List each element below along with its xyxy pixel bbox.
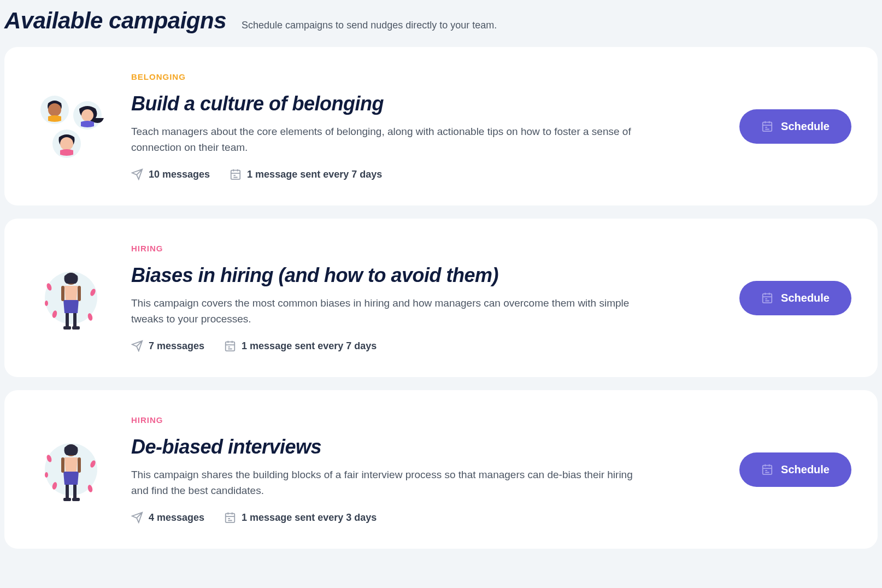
calendar-schedule-icon [761,292,773,304]
calendar-icon [224,511,236,524]
page-header: Available campaigns Schedule campaigns t… [4,0,878,47]
page-subtitle: Schedule campaigns to send nudges direct… [242,20,497,31]
svg-rect-15 [66,313,69,328]
frequency-text: 1 message sent every 3 days [242,512,377,524]
svg-rect-34 [61,457,64,473]
campaign-category: HIRING [131,244,718,253]
svg-rect-16 [73,313,77,328]
campaign-card: BELONGING Build a culture of belonging T… [4,47,878,205]
messages-text: 7 messages [149,340,204,352]
send-icon [131,511,143,524]
schedule-button[interactable]: Schedule [739,452,851,487]
svg-point-5 [60,137,73,150]
messages-count: 4 messages [131,511,204,524]
campaign-content: BELONGING Build a culture of belonging T… [131,72,718,180]
svg-point-28 [45,472,48,478]
svg-rect-30 [66,485,69,500]
campaign-card: HIRING De-biased interviews This campaig… [4,390,878,549]
svg-rect-19 [61,286,64,301]
calendar-icon [230,168,242,180]
messages-text: 10 messages [149,169,210,180]
campaign-title: De-biased interviews [131,436,718,458]
svg-rect-31 [73,485,77,500]
svg-rect-32 [63,498,71,501]
campaign-title: Biases in hiring (and how to avoid them) [131,264,718,287]
person-standing-icon [33,260,109,336]
svg-rect-35 [78,457,81,473]
campaign-category: BELONGING [131,72,718,81]
person-standing-icon [33,431,109,508]
svg-point-13 [45,301,48,306]
campaign-illustration [33,431,109,508]
frequency-text: 1 message sent every 7 days [242,340,377,352]
svg-rect-20 [78,286,81,301]
schedule-label: Schedule [781,463,830,476]
frequency: 1 message sent every 3 days [224,511,377,524]
campaign-description: Teach managers about the core elements o… [131,124,634,155]
svg-rect-18 [72,326,80,330]
svg-rect-33 [72,498,80,501]
campaign-description: This campaign covers the most common bia… [131,296,634,327]
campaign-content: HIRING De-biased interviews This campaig… [131,415,718,524]
campaign-meta: 10 messages 1 message sent every 7 days [131,168,718,180]
campaign-illustration [33,88,109,164]
send-icon [131,168,143,180]
page-title: Available campaigns [4,8,226,34]
send-icon [131,340,143,352]
schedule-label: Schedule [781,292,830,304]
campaign-title: Build a culture of belonging [131,92,718,115]
calendar-icon [224,340,236,352]
svg-rect-17 [63,326,71,330]
frequency: 1 message sent every 7 days [230,168,382,180]
campaign-description: This campaign shares the building blocks… [131,467,634,498]
schedule-button[interactable]: Schedule [739,109,851,144]
campaign-content: HIRING Biases in hiring (and how to avoi… [131,244,718,352]
schedule-button[interactable]: Schedule [739,281,851,315]
messages-count: 10 messages [131,168,210,180]
campaign-illustration [33,260,109,336]
schedule-label: Schedule [781,120,830,133]
frequency: 1 message sent every 7 days [224,340,377,352]
campaigns-list: BELONGING Build a culture of belonging T… [4,47,878,549]
messages-text: 4 messages [149,512,204,524]
campaign-meta: 4 messages 1 message sent every 3 days [131,511,718,524]
messages-count: 7 messages [131,340,204,352]
calendar-schedule-icon [761,120,773,132]
svg-point-1 [48,103,61,116]
people-group-icon [33,88,109,164]
svg-point-3 [81,109,93,121]
calendar-schedule-icon [761,463,773,475]
campaign-category: HIRING [131,415,718,425]
campaign-card: HIRING Biases in hiring (and how to avoi… [4,219,878,377]
campaign-meta: 7 messages 1 message sent every 7 days [131,340,718,352]
svg-rect-6 [231,170,240,180]
frequency-text: 1 message sent every 7 days [247,169,382,180]
